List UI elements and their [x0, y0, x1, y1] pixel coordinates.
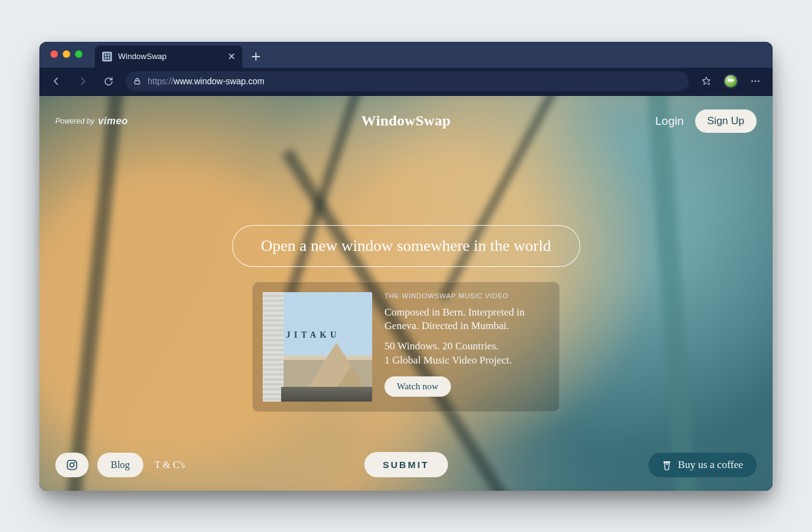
svg-rect-3 [135, 81, 140, 84]
maximize-window-button[interactable] [75, 50, 82, 58]
window-controls [50, 50, 82, 58]
favorite-button[interactable] [698, 73, 715, 90]
url-text: https://www.window-swap.com [148, 76, 265, 86]
svg-point-7 [758, 81, 760, 82]
buy-coffee-button[interactable]: Buy us a coffee [648, 453, 757, 477]
tab-favicon [102, 52, 112, 62]
address-bar[interactable]: https://www.window-swap.com [125, 71, 689, 91]
svg-point-6 [755, 81, 757, 82]
buy-coffee-label: Buy us a coffee [678, 459, 743, 471]
reload-button[interactable] [100, 73, 117, 90]
powered-by-prefix: Powered by [55, 117, 94, 125]
page-viewport: Powered by vimeo WindowSwap Login Sign U… [39, 96, 773, 491]
submit-button[interactable]: SUBMIT [364, 452, 448, 477]
music-video-thumbnail[interactable]: JITAKU [263, 292, 372, 402]
forward-button[interactable] [74, 73, 91, 90]
back-button[interactable] [48, 73, 65, 90]
instagram-icon [66, 459, 78, 471]
watch-now-button[interactable]: Watch now [384, 376, 451, 397]
card-eyebrow: THE WINDOWSWAP MUSIC VIDEO [384, 292, 549, 300]
vimeo-logo: vimeo [98, 116, 128, 127]
tab-close-button[interactable] [226, 52, 236, 62]
profile-avatar[interactable] [723, 74, 738, 89]
page-header: Powered by vimeo WindowSwap Login Sign U… [39, 109, 773, 133]
instagram-button[interactable] [55, 453, 89, 477]
music-video-card: JITAKU THE WINDOWSWAP MUSIC VIDEO Compos… [252, 282, 560, 412]
powered-by: Powered by vimeo [55, 116, 128, 127]
card-line-1: Composed in Bern. Interpreted in Geneva.… [384, 306, 549, 334]
thumbnail-title: JITAKU [286, 330, 340, 340]
login-link[interactable]: Login [655, 114, 684, 128]
close-window-button[interactable] [50, 50, 58, 58]
site-logo[interactable]: WindowSwap [361, 113, 450, 129]
browser-toolbar: https://www.window-swap.com [39, 68, 773, 96]
svg-point-10 [74, 461, 75, 463]
svg-point-5 [751, 81, 753, 82]
svg-point-9 [70, 463, 74, 467]
browser-tab[interactable]: WindowSwap [95, 46, 242, 68]
card-line-2: 50 Windows. 20 Countries. 1 Global Music… [384, 339, 549, 368]
tab-strip: WindowSwap [39, 42, 773, 68]
new-tab-button[interactable] [247, 48, 265, 65]
browser-window: WindowSwap h [39, 42, 773, 491]
more-menu-button[interactable] [747, 73, 764, 90]
lock-icon [133, 77, 141, 85]
svg-rect-8 [68, 460, 77, 469]
coffee-cup-icon [662, 459, 672, 471]
signup-button[interactable]: Sign Up [695, 109, 757, 133]
tab-title: WindowSwap [118, 52, 220, 61]
minimize-window-button[interactable] [63, 50, 70, 58]
open-window-button[interactable]: Open a new window somewhere in the world [232, 225, 580, 267]
blog-button[interactable]: Blog [97, 453, 143, 477]
page-footer: Blog T & C's SUBMIT Buy us a coffee [39, 453, 773, 477]
terms-link[interactable]: T & C's [154, 459, 185, 470]
